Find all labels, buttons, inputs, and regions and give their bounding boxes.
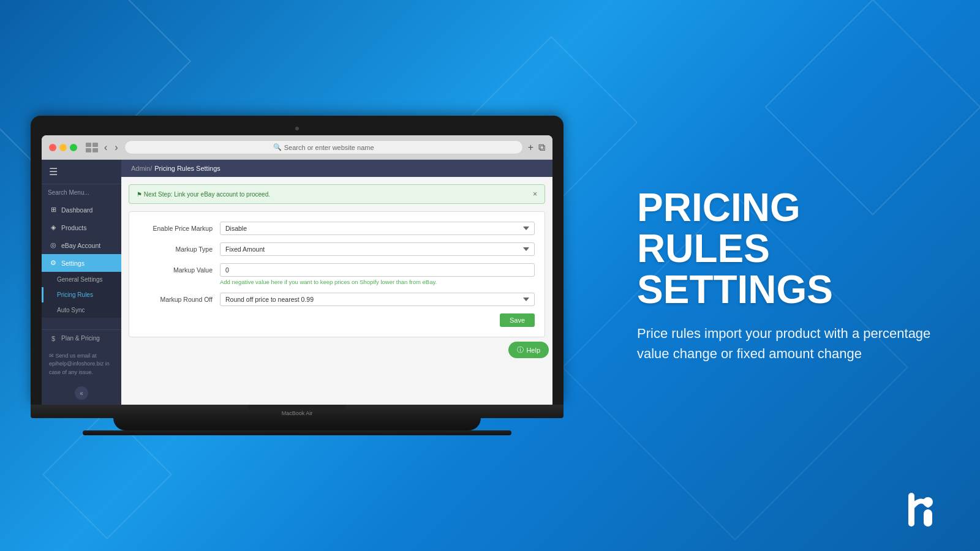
address-bar-text: Search or enter website name: [284, 144, 374, 151]
page-header: Admin/ Pricing Rules Settings: [121, 160, 552, 177]
settings-card: Enable Price Markup DisableEnable Markup…: [129, 211, 545, 337]
laptop-stand-inner: [113, 418, 481, 430]
menu-icon: ☰: [49, 166, 58, 178]
title-line1: PRICING RULES: [637, 186, 801, 271]
enable-markup-select[interactable]: DisableEnable: [220, 222, 535, 235]
maximize-button[interactable]: [70, 144, 77, 151]
laptop-bezel: ‹ › 🔍 Search or enter website name + ⧉: [31, 116, 564, 405]
page-title: PRICING RULES SETTINGS: [637, 187, 931, 311]
sub-item-label: General Settings: [57, 276, 103, 283]
main-content: Admin/ Pricing Rules Settings ⚑ Next Ste…: [121, 160, 552, 405]
markup-type-field: Fixed AmountPercentage: [220, 242, 535, 256]
products-icon: ◈: [49, 223, 58, 231]
form-row-enable-markup: Enable Price Markup DisableEnable: [139, 222, 535, 235]
breadcrumb-admin: Admin/: [131, 165, 152, 172]
right-panel: PRICING RULES SETTINGS Price rules impor…: [637, 187, 931, 364]
add-tab-icon[interactable]: +: [528, 142, 533, 153]
dashboard-icon: ⊞: [49, 206, 58, 214]
camera-dot: [295, 127, 299, 130]
laptop: ‹ › 🔍 Search or enter website name + ⧉: [31, 116, 570, 435]
help-icon: ⓘ: [517, 345, 524, 354]
sub-item-label: Pricing Rules: [57, 291, 93, 298]
round-off-select[interactable]: Round off price to nearest 0.99None: [220, 293, 535, 306]
help-label: Help: [526, 347, 540, 354]
sidebar-bottom: $ Plan & Pricing: [42, 329, 121, 347]
alert-text: ⚑ Next Step: Link your eBay account to p…: [137, 191, 270, 198]
sidebar-item-products[interactable]: ◈ Products: [42, 219, 121, 236]
alert-close-button[interactable]: ×: [533, 190, 537, 198]
address-bar[interactable]: 🔍 Search or enter website name: [124, 140, 523, 154]
minimize-button[interactable]: [59, 144, 67, 151]
browser-actions: + ⧉: [528, 142, 545, 153]
sidebar-sub-items: General Settings Pricing Rules Auto Sync: [42, 272, 121, 318]
tab-grid-icon: [86, 143, 98, 152]
markup-type-select[interactable]: Fixed AmountPercentage: [220, 242, 535, 256]
laptop-screen-outer: ‹ › 🔍 Search or enter website name + ⧉: [31, 116, 564, 435]
sidebar-contact: ✉ Send us email at epihelp@infoshore.biz…: [42, 347, 121, 382]
page-subtitle: Price rules import your product with a p…: [637, 323, 931, 364]
sidebar-item-dashboard[interactable]: ⊞ Dashboard: [42, 201, 121, 219]
close-button[interactable]: [49, 144, 56, 151]
plan-icon: $: [49, 335, 58, 342]
sidebar-header: ☰: [42, 160, 121, 184]
laptop-label: MacBook Air: [282, 410, 313, 416]
enable-markup-label: Enable Price Markup: [139, 222, 213, 232]
sidebar-item-plan-pricing[interactable]: $ Plan & Pricing: [42, 330, 121, 347]
sidebar-sub-item-auto-sync[interactable]: Auto Sync: [42, 302, 121, 318]
laptop-bottom-bar: MacBook Air: [31, 405, 564, 418]
title-line2: SETTINGS: [637, 268, 833, 312]
markup-value-label: Markup Value: [139, 263, 213, 274]
sidebar-bottom-label: Plan & Pricing: [61, 335, 100, 342]
forward-button[interactable]: ›: [113, 142, 119, 153]
sidebar-item-label: Products: [61, 224, 86, 231]
alert-banner: ⚑ Next Step: Link your eBay account to p…: [129, 184, 545, 204]
sidebar-search[interactable]: Search Menu...: [42, 184, 121, 201]
markup-value-field: Add negative value here if you want to k…: [220, 263, 535, 285]
enable-markup-field: DisableEnable: [220, 222, 535, 235]
form-actions: Save: [139, 313, 535, 327]
save-button[interactable]: Save: [500, 313, 535, 327]
traffic-lights: [49, 144, 77, 151]
copy-icon[interactable]: ⧉: [538, 142, 545, 153]
alert-message: ⚑ Next Step: Link your eBay account to p…: [137, 191, 270, 198]
markup-type-label: Markup Type: [139, 242, 213, 253]
company-logo: [894, 484, 943, 533]
sidebar-sub-item-pricing-rules[interactable]: Pricing Rules: [42, 287, 121, 302]
browser-window: ‹ › 🔍 Search or enter website name + ⧉: [42, 135, 552, 405]
markup-value-hint: Add negative value here if you want to k…: [220, 279, 535, 285]
sub-item-label: Auto Sync: [57, 307, 85, 313]
sidebar-item-ebay-account[interactable]: ◎ eBay Account: [42, 236, 121, 254]
search-icon: 🔍: [273, 143, 282, 151]
form-row-markup-value: Markup Value Add negative value here if …: [139, 263, 535, 285]
sidebar-item-label: Settings: [61, 260, 85, 267]
app-content: ☰ Search Menu... ⊞ Dashboard ◈ Products: [42, 160, 552, 405]
sidebar: ☰ Search Menu... ⊞ Dashboard ◈ Products: [42, 160, 121, 405]
form-row-markup-type: Markup Type Fixed AmountPercentage: [139, 242, 535, 256]
sidebar-item-label: Dashboard: [61, 206, 92, 214]
svg-rect-1: [924, 509, 932, 527]
laptop-stand-base: [83, 430, 511, 435]
help-button[interactable]: ⓘ Help: [508, 342, 549, 358]
round-off-label: Markup Round Off: [139, 293, 213, 303]
back-button[interactable]: ‹: [103, 142, 108, 153]
page-body: ⚑ Next Step: Link your eBay account to p…: [121, 177, 552, 345]
browser-chrome: ‹ › 🔍 Search or enter website name + ⧉: [42, 135, 552, 160]
sidebar-item-label: eBay Account: [61, 242, 100, 249]
settings-icon: ⚙: [49, 259, 58, 267]
sidebar-item-settings[interactable]: ⚙ Settings: [42, 254, 121, 272]
form-row-round-off: Markup Round Off Round off price to near…: [139, 293, 535, 306]
laptop-stand: [31, 418, 564, 430]
ebay-icon: ◎: [49, 241, 58, 249]
breadcrumb-current: Pricing Rules Settings: [154, 165, 221, 172]
round-off-field: Round off price to nearest 0.99None: [220, 293, 535, 306]
collapse-button[interactable]: «: [75, 386, 88, 400]
markup-value-input[interactable]: [220, 263, 535, 277]
sidebar-sub-item-general-settings[interactable]: General Settings: [42, 272, 121, 287]
